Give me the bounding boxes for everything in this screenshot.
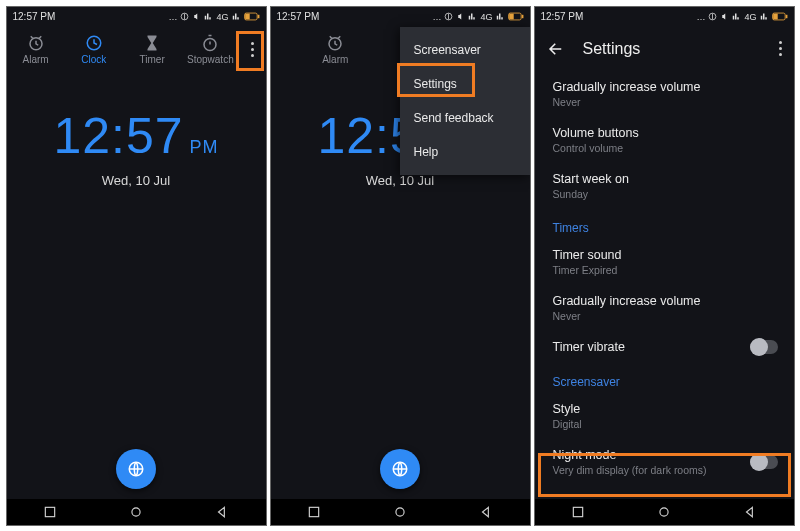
clock-face: 12:57 PM Wed, 10 Jul xyxy=(7,107,266,188)
recents-key[interactable] xyxy=(43,505,57,519)
status-icons: … 4G xyxy=(696,12,787,22)
menu-help[interactable]: Help xyxy=(400,135,530,169)
tab-alarm[interactable]: Alarm xyxy=(7,34,65,65)
add-world-clock-button[interactable] xyxy=(380,449,420,489)
more-icon xyxy=(251,42,254,57)
section-screensaver: Screensaver xyxy=(535,363,794,393)
status-time: 12:57 PM xyxy=(541,11,584,22)
time-value: 12:57 xyxy=(53,107,183,165)
settings-list[interactable]: Gradually increase volume Never Volume b… xyxy=(535,71,794,525)
tab-label: Timer xyxy=(140,54,165,65)
setting-volume-buttons[interactable]: Volume buttons Control volume xyxy=(535,117,794,163)
status-bar: 12:57 PM … 4G xyxy=(7,7,266,27)
svg-rect-25 xyxy=(785,15,787,18)
setting-start-week[interactable]: Start week on Sunday xyxy=(535,163,794,209)
section-timers: Timers xyxy=(535,209,794,239)
svg-point-20 xyxy=(396,507,404,515)
setting-gradual-volume-2[interactable]: Gradually increase volume Never xyxy=(535,285,794,331)
status-icons: … 4G xyxy=(432,12,523,22)
svg-rect-3 xyxy=(245,14,250,20)
back-key[interactable] xyxy=(743,505,757,519)
tab-label: Stopwatch xyxy=(187,54,234,65)
date-value: Wed, 10 Jul xyxy=(7,173,266,188)
android-navbar xyxy=(535,499,794,525)
recents-key[interactable] xyxy=(307,505,321,519)
date-value: Wed, 10 Jul xyxy=(271,173,530,188)
status-bar: 12:57 PM … 4G xyxy=(271,7,530,27)
svg-rect-26 xyxy=(573,507,582,516)
svg-rect-9 xyxy=(45,507,54,516)
tab-alarm[interactable]: Alarm xyxy=(271,34,401,65)
add-world-clock-button[interactable] xyxy=(116,449,156,489)
svg-rect-24 xyxy=(773,14,778,20)
svg-rect-15 xyxy=(521,15,523,18)
overflow-menu: Screensaver Settings Send feedback Help xyxy=(400,27,530,175)
alarm-icon xyxy=(326,34,344,52)
setting-timer-sound[interactable]: Timer sound Timer Expired xyxy=(535,239,794,285)
more-icon[interactable] xyxy=(779,41,782,56)
timer-icon xyxy=(143,34,161,52)
menu-settings[interactable]: Settings xyxy=(400,67,530,101)
status-bar: 12:57 PM … 4G xyxy=(535,7,794,27)
home-key[interactable] xyxy=(393,505,407,519)
android-navbar xyxy=(7,499,266,525)
setting-style[interactable]: Style Digital xyxy=(535,393,794,439)
setting-night-mode[interactable]: Night mode Very dim display (for dark ro… xyxy=(535,439,794,485)
overflow-menu-button[interactable] xyxy=(240,27,266,73)
status-icons: … 4G xyxy=(168,12,259,22)
tab-timer[interactable]: Timer xyxy=(123,34,181,65)
recents-key[interactable] xyxy=(571,505,585,519)
tab-label: Alarm xyxy=(23,54,49,65)
tab-clock[interactable]: Clock xyxy=(65,34,123,65)
home-key[interactable] xyxy=(129,505,143,519)
stopwatch-icon xyxy=(201,34,219,52)
page-title: Settings xyxy=(583,40,761,58)
svg-point-27 xyxy=(660,507,668,515)
setting-gradual-volume[interactable]: Gradually increase volume Never xyxy=(535,71,794,117)
globe-icon xyxy=(391,460,409,478)
svg-rect-19 xyxy=(309,507,318,516)
status-time: 12:57 PM xyxy=(13,11,56,22)
setting-timer-vibrate[interactable]: Timer vibrate xyxy=(535,331,794,363)
svg-rect-4 xyxy=(257,15,259,18)
globe-icon xyxy=(127,460,145,478)
menu-screensaver[interactable]: Screensaver xyxy=(400,33,530,67)
svg-rect-14 xyxy=(509,14,514,20)
android-navbar xyxy=(271,499,530,525)
phone-screen-2: 12:57 PM … 4G Alarm Clock 12:57 PM Wed, … xyxy=(270,6,531,526)
menu-feedback[interactable]: Send feedback xyxy=(400,101,530,135)
phone-screen-3: 12:57 PM … 4G Settings Gradually increas… xyxy=(534,6,795,526)
alarm-icon xyxy=(27,34,45,52)
back-key[interactable] xyxy=(479,505,493,519)
toggle-switch[interactable] xyxy=(750,455,778,469)
status-time: 12:57 PM xyxy=(277,11,320,22)
clock-tabs: Alarm Clock Timer Stopwatch xyxy=(7,27,266,73)
back-arrow-icon[interactable] xyxy=(547,40,565,58)
home-key[interactable] xyxy=(657,505,671,519)
svg-point-10 xyxy=(132,507,140,515)
settings-header: Settings xyxy=(535,27,794,71)
tab-label: Alarm xyxy=(322,54,348,65)
phone-screen-1: 12:57 PM … 4G Alarm Clock Timer Stopwatc… xyxy=(6,6,267,526)
clock-icon xyxy=(85,34,103,52)
tab-label: Clock xyxy=(81,54,106,65)
back-key[interactable] xyxy=(215,505,229,519)
tab-stopwatch[interactable]: Stopwatch xyxy=(181,34,239,65)
time-ampm: PM xyxy=(190,137,219,158)
toggle-switch[interactable] xyxy=(750,340,778,354)
